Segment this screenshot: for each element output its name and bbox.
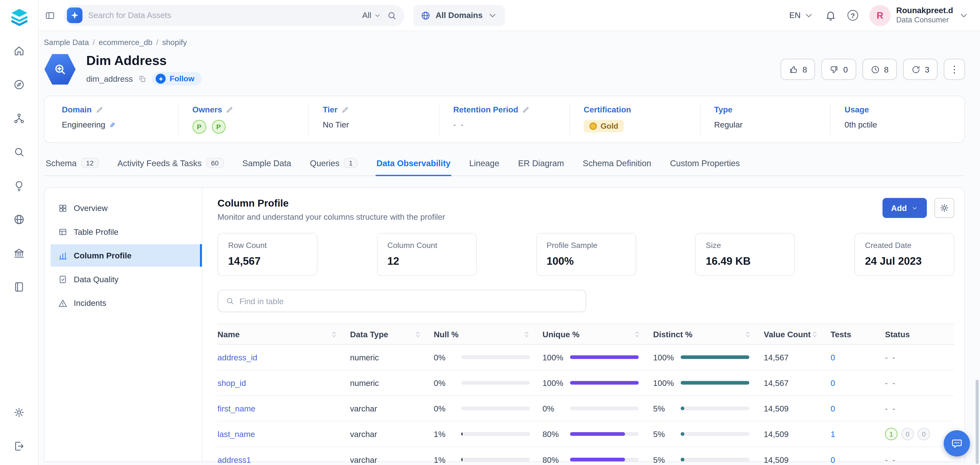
domains-filter-button[interactable]: All Domains bbox=[413, 5, 505, 26]
column-name-link[interactable]: address_id bbox=[218, 352, 257, 362]
tab-sample-data[interactable]: Sample Data bbox=[242, 154, 292, 176]
header-null-pct[interactable]: Null % bbox=[434, 330, 542, 339]
subnav-overview[interactable]: Overview bbox=[51, 197, 202, 219]
header-distinct-pct[interactable]: Distinct % bbox=[653, 330, 764, 339]
status-badge-failed[interactable]: 0 bbox=[917, 428, 930, 440]
user-menu[interactable]: R Rounakpreet.d Data Consumer bbox=[869, 5, 969, 26]
ai-assist-button[interactable] bbox=[67, 8, 83, 23]
owner-avatar[interactable]: P bbox=[192, 120, 206, 133]
pencil-icon[interactable] bbox=[226, 106, 233, 113]
search-scope-dropdown[interactable]: All bbox=[362, 11, 381, 20]
sort-icon[interactable] bbox=[744, 331, 751, 338]
subnav-data-quality[interactable]: Data Quality bbox=[51, 268, 202, 290]
table-row[interactable]: shop_id numeric 0% 100% 100% 14,567 0 - … bbox=[218, 370, 955, 396]
help-button[interactable] bbox=[848, 10, 858, 21]
status-badge-aborted[interactable]: 0 bbox=[901, 428, 914, 440]
watch-button[interactable]: 8 bbox=[862, 59, 897, 80]
nav-insights-button[interactable] bbox=[7, 173, 31, 197]
copy-name-button[interactable] bbox=[138, 75, 146, 83]
distinct-pct-value: 100% bbox=[653, 378, 675, 387]
column-name-link[interactable]: address1 bbox=[218, 455, 251, 464]
sort-icon[interactable] bbox=[634, 331, 641, 338]
profiler-settings-button[interactable] bbox=[934, 198, 955, 218]
follow-button[interactable]: Follow bbox=[152, 72, 202, 86]
bell-icon bbox=[825, 10, 836, 21]
tab-activity-feeds[interactable]: Activity Feeds & Tasks60 bbox=[117, 154, 224, 176]
stat-label: Profile Sample bbox=[547, 241, 625, 250]
column-name-link[interactable]: first_name bbox=[218, 404, 256, 413]
language-label: EN bbox=[789, 11, 800, 20]
brand-logo-icon[interactable] bbox=[8, 6, 30, 27]
sidebar-toggle-button[interactable] bbox=[45, 10, 55, 20]
nav-observability-button[interactable] bbox=[7, 140, 31, 164]
header-name[interactable]: Name bbox=[218, 330, 350, 339]
nav-lineage-button[interactable] bbox=[7, 106, 31, 130]
version-history-button[interactable]: 3 bbox=[903, 59, 938, 80]
owner-avatar[interactable]: P bbox=[212, 120, 225, 133]
sort-icon[interactable] bbox=[811, 331, 818, 338]
upvote-button[interactable]: 8 bbox=[781, 59, 815, 80]
language-dropdown[interactable]: EN bbox=[789, 10, 814, 20]
breadcrumb-link-database-service[interactable]: Sample Data bbox=[44, 38, 89, 47]
nav-home-button[interactable] bbox=[7, 39, 31, 62]
tests-link[interactable]: 0 bbox=[831, 404, 835, 413]
chat-widget-button[interactable] bbox=[944, 430, 970, 457]
pencil-icon[interactable] bbox=[522, 106, 530, 113]
tab-data-observability[interactable]: Data Observability bbox=[376, 154, 451, 176]
tab-custom-properties[interactable]: Custom Properties bbox=[669, 154, 740, 176]
global-search[interactable]: All bbox=[64, 5, 404, 26]
sort-icon[interactable] bbox=[414, 331, 421, 338]
subnav-incidents[interactable]: Incidents bbox=[51, 292, 202, 314]
column-name-link[interactable]: shop_id bbox=[218, 378, 246, 387]
tab-lineage[interactable]: Lineage bbox=[469, 154, 500, 176]
tab-er-diagram[interactable]: ER Diagram bbox=[517, 154, 565, 176]
domains-filter-label: All Domains bbox=[436, 11, 483, 20]
header-value-count[interactable]: Value Count bbox=[764, 330, 831, 339]
tests-link[interactable]: 0 bbox=[831, 455, 835, 464]
tab-schema-definition[interactable]: Schema Definition bbox=[582, 154, 652, 176]
search-input[interactable] bbox=[88, 11, 356, 20]
sort-icon[interactable] bbox=[331, 331, 337, 338]
breadcrumb-link-database[interactable]: ecommerce_db bbox=[99, 38, 153, 47]
tab-label: Custom Properties bbox=[670, 159, 740, 168]
sort-icon[interactable] bbox=[523, 331, 530, 338]
downvote-button[interactable]: 0 bbox=[821, 59, 856, 80]
pencil-icon[interactable] bbox=[95, 106, 103, 113]
nav-domains-button[interactable] bbox=[7, 207, 31, 231]
table-row[interactable]: last_name varchar 1% 80% 5% 14,509 1 1 0… bbox=[218, 421, 955, 447]
medal-icon bbox=[589, 122, 597, 130]
sidebar-toggle-icon bbox=[45, 10, 55, 20]
find-in-table-input[interactable] bbox=[239, 296, 578, 306]
header-unique-pct[interactable]: Unique % bbox=[542, 330, 653, 339]
tests-link[interactable]: 1 bbox=[831, 429, 835, 438]
breadcrumb-link-schema[interactable]: shopify bbox=[162, 38, 187, 47]
nav-govern-button[interactable] bbox=[7, 241, 31, 265]
nav-glossary-button[interactable] bbox=[7, 275, 31, 298]
search-submit-button[interactable] bbox=[387, 10, 397, 20]
pencil-icon[interactable] bbox=[341, 106, 349, 113]
nav-explore-button[interactable] bbox=[7, 73, 31, 96]
logout-button[interactable] bbox=[7, 434, 31, 458]
tests-link[interactable]: 0 bbox=[831, 352, 835, 362]
find-in-table[interactable] bbox=[218, 290, 586, 312]
vertical-scrollbar[interactable] bbox=[975, 379, 979, 464]
notifications-button[interactable] bbox=[825, 10, 836, 21]
more-actions-button[interactable] bbox=[944, 59, 965, 80]
tab-schema[interactable]: Schema12 bbox=[45, 154, 99, 176]
add-button[interactable]: Add bbox=[882, 198, 927, 218]
profile-stat-cards: Row Count 14,567 Column Count 12 Profile… bbox=[218, 233, 955, 276]
settings-button[interactable] bbox=[7, 400, 31, 424]
subnav-column-profile[interactable]: Column Profile bbox=[51, 244, 202, 267]
header-data-type[interactable]: Data Type bbox=[350, 330, 434, 339]
table-row[interactable]: first_name varchar 0% 0% 5% 14,509 0 - - bbox=[218, 396, 955, 421]
table-row[interactable]: address_id numeric 0% 100% 100% 14,567 0… bbox=[218, 345, 955, 370]
stat-value: 12 bbox=[387, 256, 466, 268]
tests-link[interactable]: 0 bbox=[831, 378, 835, 387]
subnav-table-profile[interactable]: Table Profile bbox=[51, 221, 202, 243]
breadcrumb-separator: / bbox=[156, 38, 158, 47]
table-row[interactable]: address1 varchar 1% 80% 5% 14,509 0 - - bbox=[218, 447, 955, 465]
domain-value[interactable]: Engineering bbox=[62, 120, 105, 129]
status-badge-success[interactable]: 1 bbox=[885, 428, 897, 440]
tab-queries[interactable]: Queries1 bbox=[309, 154, 358, 176]
column-name-link[interactable]: last_name bbox=[218, 429, 255, 438]
